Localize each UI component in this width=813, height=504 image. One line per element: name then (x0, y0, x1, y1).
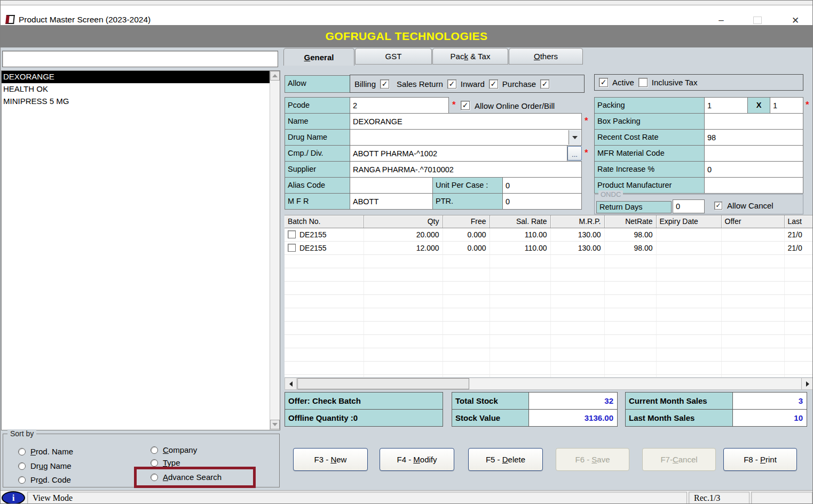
product-search-input[interactable] (2, 51, 278, 67)
col-expiry-date[interactable]: Expiry Date (656, 215, 721, 228)
unit-per-case-input[interactable] (502, 177, 582, 194)
box-packing-input[interactable] (704, 113, 803, 130)
col-sal-rate[interactable]: Sal. Rate (490, 215, 550, 228)
maximize-button[interactable] (752, 14, 763, 26)
list-scrollbar[interactable] (270, 71, 280, 430)
list-item[interactable]: MINIPRESS 5 MG (2, 95, 270, 108)
name-label: Name (285, 113, 350, 130)
batch-row-checkbox[interactable] (288, 244, 296, 252)
current-month-sales-label: Current Month Sales (625, 392, 733, 410)
col-free[interactable]: Free (443, 215, 490, 228)
mfr-material-code-label: MFR Material Code (594, 145, 705, 162)
radio-type[interactable]: Type (151, 458, 180, 467)
scroll-right-button[interactable] (801, 378, 813, 389)
tab-gst[interactable]: GST (355, 48, 432, 65)
scroll-right-icon (806, 381, 809, 387)
allow-online-checkbox[interactable] (461, 101, 470, 110)
table-row[interactable]: DE2155 12.000 0.000 110.00 130.00 98.00 … (285, 241, 813, 254)
allow-inward-checkbox[interactable] (489, 79, 498, 89)
empty-table-row (285, 374, 813, 377)
tab-others[interactable]: Others (509, 48, 583, 65)
return-days-label: Return Days (596, 201, 672, 213)
cmp-div-label: Cmp./ Div. (285, 145, 350, 162)
col-last[interactable]: Last (784, 215, 813, 228)
name-input[interactable] (350, 113, 582, 130)
radio-icon (18, 448, 26, 455)
radio-company[interactable]: Company (151, 445, 197, 454)
tab-others-label: thers (540, 52, 558, 61)
allow-sales-return-checkbox[interactable] (447, 79, 456, 89)
f6-save-button[interactable]: F6 - Save (556, 448, 629, 471)
empty-table-row (285, 321, 813, 334)
annotation-highlight-box (134, 467, 256, 488)
table-row[interactable]: DE2155 20.000 0.000 110.00 130.00 98.00 … (285, 228, 813, 241)
scroll-down-button[interactable] (270, 420, 280, 429)
cmp-div-browse-button[interactable]: ... (567, 146, 582, 161)
tab-gst-label: GST (385, 52, 402, 61)
pcode-input[interactable] (350, 97, 449, 114)
drug-name-dropdown-button[interactable] (569, 130, 581, 145)
col-batch-no[interactable]: Batch No. (285, 215, 364, 228)
active-checkbox[interactable] (599, 78, 608, 87)
radio-prod-code[interactable]: Prod. Code (18, 475, 71, 484)
col-netrate[interactable]: NetRate (604, 215, 656, 228)
netrate-cell: 98.00 (604, 228, 656, 241)
batch-row-checkbox[interactable] (288, 230, 296, 238)
col-mrp[interactable]: M.R.P. (550, 215, 604, 228)
allow-purchase-checkbox[interactable] (540, 79, 549, 89)
radio-prod-name[interactable]: Prod. Name (18, 447, 73, 456)
f4-modify-button[interactable]: F4 - Modify (380, 448, 454, 471)
allow-billing-checkbox[interactable] (380, 79, 389, 89)
packing-value2-input[interactable] (770, 97, 803, 114)
tab-pack-tax[interactable]: Pack & Tax (432, 48, 508, 65)
last-cell: 21/0 (784, 228, 813, 241)
list-item[interactable]: HEALTH OK (2, 83, 270, 95)
unit-per-case-label: Unit Per Case : (432, 177, 503, 194)
mfr-label: M F R (285, 193, 350, 210)
col-offer[interactable]: Offer (721, 215, 784, 228)
list-item[interactable]: DEXORANGE (2, 71, 270, 83)
f5-delete-button[interactable]: F5 - Delete (468, 448, 543, 471)
col-qty[interactable]: Qty (364, 215, 443, 228)
table-horizontal-scrollbar[interactable] (285, 378, 813, 390)
rate-increase-input[interactable] (704, 161, 803, 178)
inclusive-tax-checkbox[interactable] (638, 78, 648, 87)
empty-table-row (285, 294, 813, 308)
ptr-label: PTR. (432, 193, 503, 210)
name-required-marker: * (585, 116, 588, 126)
cmp-div-input[interactable] (350, 145, 567, 162)
scroll-up-button[interactable] (270, 71, 280, 81)
minimize-button[interactable]: – (714, 14, 728, 26)
radio-drug-name[interactable]: Drug Name (18, 461, 72, 470)
current-month-sales-value: 3 (732, 392, 807, 410)
ondc-legend: ONDC (598, 190, 623, 198)
f7-cancel-button[interactable]: F7-Cancel (642, 448, 716, 471)
recent-cost-rate-input[interactable] (704, 129, 803, 146)
pcode-required-marker: * (452, 100, 456, 110)
scroll-left-button[interactable] (285, 378, 297, 389)
drug-name-label: Drug Name (285, 129, 350, 146)
scrollbar-thumb[interactable] (297, 378, 469, 389)
alias-code-input[interactable] (350, 177, 433, 194)
f8-print-button[interactable]: F8 - Print (723, 448, 797, 471)
batch-no-cell: DE2155 (299, 230, 327, 239)
allow-billing-label: Billing (354, 79, 376, 89)
close-button[interactable]: ✕ (788, 14, 802, 26)
allow-options-group: Billing Sales Return Inward Purchase (350, 75, 585, 93)
recent-cost-rate-label: Recent Cost Rate (594, 129, 705, 146)
mfr-input[interactable] (350, 193, 433, 210)
product-manufacturer-input[interactable] (704, 177, 803, 194)
return-days-input[interactable] (673, 199, 705, 213)
supplier-input[interactable] (350, 161, 582, 178)
mrp-cell: 130.00 (550, 241, 604, 254)
f3-new-button[interactable]: F3 - New (293, 448, 368, 471)
pcode-label: Pcode (285, 97, 350, 114)
tab-general[interactable]: General (283, 48, 354, 66)
packing-value1-input[interactable] (704, 97, 748, 114)
allow-cancel-checkbox[interactable] (714, 202, 722, 210)
box-packing-label: Box Packing (594, 113, 705, 130)
mfr-material-code-input[interactable] (704, 145, 803, 162)
ptr-input[interactable] (502, 193, 582, 210)
total-stock-value: 32 (528, 392, 618, 410)
drug-name-combobox[interactable] (350, 129, 582, 146)
